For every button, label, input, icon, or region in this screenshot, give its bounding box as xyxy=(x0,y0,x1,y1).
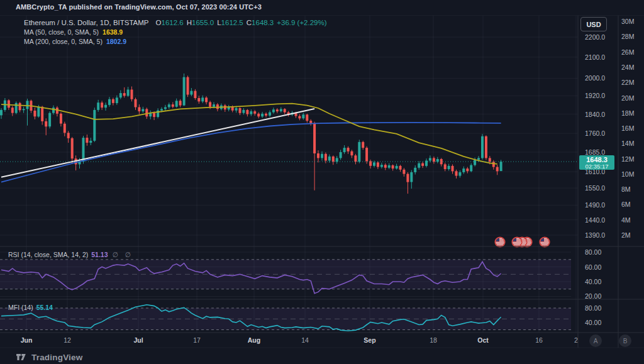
rsi-axis-label: 20.00 xyxy=(585,293,601,300)
time-axis-label: 16 xyxy=(535,337,543,344)
currency-toggle-button[interactable]: USD xyxy=(580,17,607,31)
rsi-empty-values: ∅ ∅ xyxy=(113,251,133,258)
ohlc-key: O xyxy=(156,19,162,26)
scale-button-b[interactable]: B xyxy=(619,334,631,347)
rsi-value: 51.13 xyxy=(91,251,108,258)
time-axis-label: 17 xyxy=(193,337,201,344)
ohlc-value: 1612.5 xyxy=(221,19,243,26)
ohlc-value: 1612.6 xyxy=(162,19,184,26)
volume-axis-label: 12M xyxy=(621,155,634,162)
volume-axis-label: 16M xyxy=(621,125,634,132)
rsi-pane xyxy=(0,260,571,294)
price-axis-label: 1840.0 xyxy=(585,111,605,118)
footer-brand[interactable]: TradingView xyxy=(16,352,82,362)
ma50-label: MA (50, close, 0, SMA, 5) xyxy=(24,28,99,36)
volume-axis-label: 18M xyxy=(621,110,634,117)
volume-axis-label: 24M xyxy=(621,64,634,71)
us-flag-event-icon[interactable] xyxy=(495,237,504,246)
chart-legend[interactable]: Ethereum / U.S. Dollar, 1D, BITSTAMPO161… xyxy=(24,18,327,47)
volume-axis-label: 10M xyxy=(621,171,634,178)
time-axis-label: 14 xyxy=(301,337,309,344)
ma200-value: 1802.9 xyxy=(106,38,126,45)
price-axis-label: 1920.0 xyxy=(585,92,605,99)
time-axis-label: Jul xyxy=(133,337,143,344)
white-trendline xyxy=(1,109,314,177)
ohlc-value: 1648.3 xyxy=(252,19,274,26)
volume-axis-label: 6M xyxy=(621,201,631,208)
price-axis-label: 1440.0 xyxy=(585,216,605,223)
rsi-indicator-title[interactable]: RSI (14, close, SMA, 14, 2)51.13∅ ∅ xyxy=(8,251,133,258)
ohlc-value: 1655.0 xyxy=(192,19,214,26)
time-axis-label: Oct xyxy=(477,337,489,344)
attribution-text: AMBCrypto_TA published on TradingView.co… xyxy=(16,3,262,11)
rsi-axis-label: 40.00 xyxy=(585,279,601,285)
volume-axis-label: 20M xyxy=(621,94,634,101)
chart-canvas[interactable] xyxy=(0,0,644,364)
volume-axis-label: 14M xyxy=(621,140,634,147)
symbol-title[interactable]: Ethereum / U.S. Dollar, 1D, BITSTAMP xyxy=(24,19,149,26)
price-axis-label: 2200.0 xyxy=(585,34,605,41)
mfi-pane xyxy=(0,305,571,331)
ma200-legend-row[interactable]: MA (200, close, 0, SMA, 5)1802.9 xyxy=(24,37,327,46)
us-flag-event-icon[interactable] xyxy=(540,237,549,246)
brand-name: TradingView xyxy=(31,353,82,362)
ohlc-key: H xyxy=(187,19,192,26)
price-axis-label: 1390.0 xyxy=(585,232,605,239)
time-axis-label: 12 xyxy=(64,337,71,344)
time-axis-label: 18 xyxy=(430,337,437,344)
rsi-axis-label: 80.00 xyxy=(585,249,601,256)
ohlc-key: C xyxy=(247,19,252,26)
ohlc-values: O1612.6H1655.0L1612.5C1648.3 xyxy=(153,19,274,26)
rsi-axis-label: 60.00 xyxy=(585,263,601,270)
price-axis-label: 1760.0 xyxy=(585,130,605,137)
price-axis-label: 2100.0 xyxy=(585,54,605,61)
tradingview-published-chart: AMBCrypto_TA published on TradingView.co… xyxy=(0,0,644,364)
price-axis-label: 1490.0 xyxy=(585,202,605,209)
mfi-axis-label: 80.00 xyxy=(585,305,601,312)
volume-axis-label: 26M xyxy=(621,48,634,55)
rsi-title-text: RSI (14, close, SMA, 14, 2) xyxy=(8,251,88,258)
volume-axis-label: 4M xyxy=(621,216,631,223)
ma200-label: MA (200, close, 0, SMA, 5) xyxy=(24,38,103,45)
mfi-indicator-title[interactable]: MFI (14)55.14 xyxy=(8,304,53,311)
price-overlays xyxy=(0,104,578,182)
mfi-title-text: MFI (14) xyxy=(8,304,33,311)
time-axis-label: Sep xyxy=(364,337,375,344)
bar-countdown: 02:35:17 xyxy=(579,163,614,170)
mfi-axis-label: 40.00 xyxy=(585,319,601,326)
mfi-value: 55.14 xyxy=(36,304,53,311)
ma50-line xyxy=(1,104,497,164)
price-axis-label: 1685.0 xyxy=(585,149,605,156)
pane-separators xyxy=(0,16,644,348)
symbol-row[interactable]: Ethereum / U.S. Dollar, 1D, BITSTAMPO161… xyxy=(24,18,327,27)
time-axis-label: Jun xyxy=(21,337,33,344)
volume-axis-label: 30M xyxy=(621,18,634,25)
time-axis-label: Aug xyxy=(248,337,260,344)
volume-axis-label: 22M xyxy=(621,79,634,86)
tradingview-logo-icon xyxy=(16,352,27,362)
attribution-bar: AMBCrypto_TA published on TradingView.co… xyxy=(0,0,644,16)
last-price-badge: 1648.3 02:35:17 xyxy=(579,155,614,170)
scale-button-a[interactable]: A xyxy=(589,334,602,347)
change-value: +36.9 (+2.29%) xyxy=(277,19,326,26)
price-axis-label: 2000.0 xyxy=(585,75,605,82)
volume-axis-label: 8M xyxy=(621,186,631,193)
ma50-value: 1638.9 xyxy=(103,28,123,36)
volume-axis-label: 28M xyxy=(621,33,634,40)
volume-axis-label: 2M xyxy=(621,232,631,239)
price-axis-label: 1550.0 xyxy=(585,185,605,192)
time-axis-label: 2 xyxy=(574,337,578,344)
ma50-legend-row[interactable]: MA (50, close, 0, SMA, 5)1638.9 xyxy=(24,28,327,36)
us-flag-event-icon[interactable] xyxy=(512,237,521,246)
